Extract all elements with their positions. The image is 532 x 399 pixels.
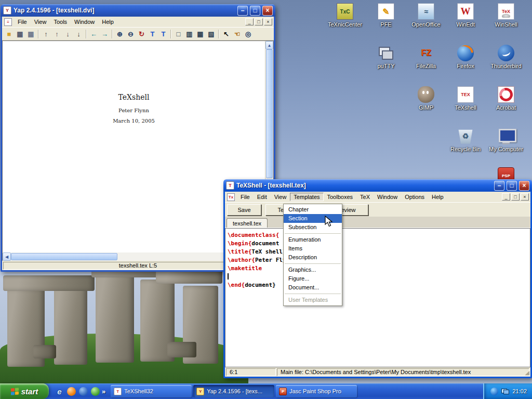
taskbar-task-yap-2-4-1596-texs[interactable]: YYap 2.4.1596 - [texs...: [193, 385, 274, 397]
mdi-minimize-button[interactable]: _: [502, 193, 510, 201]
yap-status-text: texshell.tex L:5: [119, 262, 157, 269]
desktop-icon-firefox[interactable]: Firefox: [446, 45, 485, 69]
scroll-left-icon[interactable]: ◀: [3, 252, 11, 261]
desktop-icon-putty[interactable]: puTTY: [366, 45, 406, 69]
desktop-icon-texniccenter[interactable]: TxCTeXnicCenter: [325, 3, 365, 28]
restore-button[interactable]: □: [507, 181, 517, 191]
select-tool-icon[interactable]: ↖: [221, 29, 232, 39]
text-large-icon[interactable]: T: [158, 29, 169, 39]
texshell-menu-toolboxes[interactable]: Toolboxes: [324, 193, 357, 201]
yap-menu-window[interactable]: Window: [71, 18, 98, 26]
templates-menu-item-graphics[interactable]: Graphics...: [284, 265, 342, 274]
texshell-menu-view[interactable]: View: [271, 193, 290, 201]
media-player-icon[interactable]: [91, 387, 100, 396]
desktop-icon-recycle-bin[interactable]: ♻Recycle Bin: [446, 128, 485, 152]
text-small-icon[interactable]: T: [147, 29, 158, 39]
page-last-icon[interactable]: ↓: [73, 29, 84, 39]
texshell-titlebar[interactable]: T TeXShell - [texshell.tex] – □ ×: [223, 179, 532, 192]
resize-grip[interactable]: ◢: [525, 369, 529, 376]
desktop-icon-texshell[interactable]: TEXTeXshell: [446, 86, 485, 111]
maximize-button[interactable]: □: [250, 6, 260, 16]
yap-menubar: ≡ FileViewToolsWindowHelp _ □ ×: [2, 17, 274, 27]
desktop-icon-my-computer[interactable]: My Computer: [486, 128, 526, 152]
taskbar-task-texshell32[interactable]: TTeXShell32: [111, 385, 192, 397]
update-icon[interactable]: [490, 388, 498, 395]
desktop-icon-label: TeXnicCenter: [325, 21, 365, 28]
yap-menu-file[interactable]: File: [14, 18, 31, 26]
yap-titlebar[interactable]: Y Yap 2.4.1596 - [texshell.dvi] – □ ×: [1, 4, 275, 17]
templates-menu-item-document[interactable]: Document...: [284, 283, 342, 292]
templates-menu-item-user-templates[interactable]: User Templates: [284, 296, 342, 304]
texshell-menu-window[interactable]: Window: [374, 193, 401, 201]
desktop-icon-filezilla[interactable]: FZFileZilla: [406, 45, 446, 69]
templates-menu-item-description[interactable]: Description: [284, 253, 342, 262]
texshell-menu-tex[interactable]: TeX: [356, 193, 374, 201]
layout-single-icon[interactable]: □: [173, 29, 184, 39]
page-next-icon[interactable]: ↓: [62, 29, 73, 39]
back-icon[interactable]: ←: [88, 29, 99, 39]
close-button[interactable]: ×: [262, 6, 273, 16]
desktop-icon-label: GIMP: [406, 104, 446, 111]
texshell-menubar: Tx FileEditViewTemplatesToolboxesTeXWind…: [225, 192, 530, 202]
page-first-icon[interactable]: ↑: [41, 29, 51, 39]
vertical-scroll-thumb[interactable]: [266, 49, 273, 178]
templates-menu-item-enumeration[interactable]: Enumeration: [284, 235, 342, 244]
hand-tool-icon[interactable]: ☜: [232, 29, 243, 39]
desktop-icon-winedt[interactable]: WWinEdt: [446, 3, 485, 28]
zoom-out-icon[interactable]: ⊖: [125, 29, 136, 39]
desktop-icon-pfe[interactable]: ✎PFE: [366, 3, 406, 28]
close-button[interactable]: ×: [519, 181, 529, 191]
mdi-restore-button[interactable]: □: [511, 193, 520, 201]
minimize-button[interactable]: –: [237, 6, 248, 16]
mdi-minimize-button[interactable]: _: [245, 18, 254, 25]
gimp-icon: [418, 86, 434, 103]
texshell-menu-help[interactable]: Help: [428, 193, 447, 201]
yap-menu-view[interactable]: View: [31, 18, 50, 26]
print-preview-icon[interactable]: ▦: [25, 29, 36, 39]
refresh-icon[interactable]: ↻: [136, 29, 147, 39]
chevron-icon[interactable]: »: [102, 388, 108, 395]
layout-facing-icon[interactable]: ▧: [206, 29, 217, 39]
internet-explorer-icon[interactable]: [55, 387, 64, 396]
magnifier-tool-icon[interactable]: ◎: [243, 29, 254, 39]
minimize-button[interactable]: –: [494, 181, 504, 191]
mdi-close-button[interactable]: ×: [264, 18, 272, 25]
desktop-icon-acrobat[interactable]: Acrobat: [486, 86, 526, 111]
templates-menu-item-items[interactable]: Items: [284, 244, 342, 253]
scroll-up-icon[interactable]: ▲: [265, 41, 273, 49]
templates-menu-item-chapter[interactable]: Chapter: [284, 205, 342, 214]
open-icon[interactable]: ■: [4, 29, 15, 39]
page-prev-icon[interactable]: ↑: [51, 29, 62, 39]
desktop-icon-winshell[interactable]: TeXWinShell: [486, 3, 526, 28]
texshell-menu-templates[interactable]: Templates: [290, 193, 323, 201]
horizontal-scroll-thumb[interactable]: [11, 253, 117, 260]
menu-separator: [285, 294, 341, 294]
desktop-icon-label: My Computer: [486, 146, 526, 152]
yap-menu-help[interactable]: Help: [98, 18, 117, 26]
forward-icon[interactable]: →: [99, 29, 110, 39]
mdi-close-button[interactable]: ×: [521, 193, 529, 201]
tab-texshell-tex[interactable]: texshell.tex: [227, 218, 268, 228]
thunderbird-icon[interactable]: [79, 387, 88, 396]
desktop-icon-thunderbird[interactable]: Thunderbird: [486, 45, 526, 69]
layout-continuous-icon[interactable]: ▦: [195, 29, 206, 39]
print-icon[interactable]: ▦: [15, 29, 25, 39]
stone: [33, 345, 56, 358]
texshell-menu-edit[interactable]: Edit: [254, 193, 271, 201]
texshell-menu-options[interactable]: Options: [401, 193, 428, 201]
firefox-icon[interactable]: [67, 387, 76, 396]
zoom-in-icon[interactable]: ⊕: [114, 29, 125, 39]
start-button[interactable]: start: [0, 383, 49, 399]
layout-double-icon[interactable]: ▥: [184, 29, 195, 39]
yap-menu-tools[interactable]: Tools: [50, 18, 71, 26]
network-icon[interactable]: [501, 388, 509, 395]
taskbar-task-jasc-paint-shop-pro[interactable]: PJasc Paint Shop Pro: [276, 385, 357, 397]
code-editor[interactable]: \documentclass{\begin{document\title{TeX…: [225, 228, 530, 367]
mdi-restore-button[interactable]: □: [255, 18, 263, 25]
windows-logo-icon: [11, 388, 19, 395]
desktop-icon-gimp[interactable]: GIMP: [406, 86, 446, 111]
desktop-icon-openoffice[interactable]: ≈OpenOffice: [406, 3, 446, 28]
templates-menu-item-figure[interactable]: Figure...: [284, 274, 342, 283]
save-button[interactable]: Save: [227, 204, 261, 216]
texshell-menu-file[interactable]: File: [237, 193, 254, 201]
